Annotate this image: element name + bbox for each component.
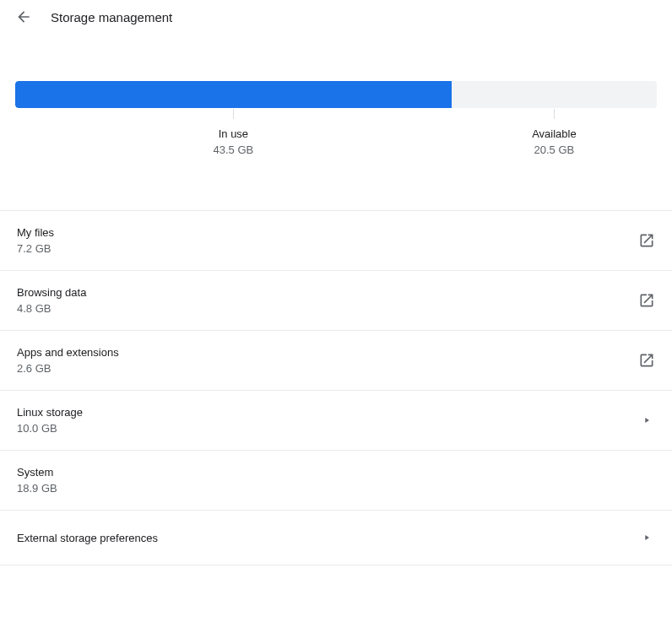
in-use-label: In use bbox=[15, 127, 452, 140]
browsing-data-row[interactable]: Browsing data 4.8 GB bbox=[0, 271, 672, 331]
bar-tick bbox=[554, 109, 555, 119]
list-item-text: Linux storage 10.0 GB bbox=[17, 406, 83, 435]
list-item-title: External storage preferences bbox=[17, 532, 158, 544]
chevron-right-icon bbox=[638, 529, 655, 546]
linux-storage-row[interactable]: Linux storage 10.0 GB bbox=[0, 391, 672, 451]
list-item-title: Browsing data bbox=[17, 286, 86, 299]
storage-bar-labels: In use 43.5 GB Available 20.5 GB bbox=[15, 109, 657, 156]
list-item-subtitle: 4.8 GB bbox=[17, 302, 86, 315]
in-use-value: 43.5 GB bbox=[15, 143, 452, 156]
my-files-row[interactable]: My files 7.2 GB bbox=[0, 211, 672, 271]
available-value: 20.5 GB bbox=[452, 143, 657, 156]
page-header: Storage management bbox=[0, 0, 672, 34]
list-item-subtitle: 18.9 GB bbox=[17, 482, 57, 495]
available-label: Available bbox=[452, 127, 657, 140]
list-item-title: System bbox=[17, 466, 57, 479]
available-label-group: Available 20.5 GB bbox=[452, 109, 657, 156]
list-item-title: Apps and extensions bbox=[17, 346, 119, 359]
system-row: System 18.9 GB bbox=[0, 451, 672, 511]
list-item-text: External storage preferences bbox=[17, 532, 158, 544]
list-item-subtitle: 7.2 GB bbox=[17, 242, 54, 255]
list-item-title: My files bbox=[17, 226, 54, 239]
open-external-icon bbox=[638, 232, 655, 249]
list-item-subtitle: 10.0 GB bbox=[17, 422, 83, 435]
list-item-text: Apps and extensions 2.6 GB bbox=[17, 346, 119, 375]
list-item-title: Linux storage bbox=[17, 406, 83, 419]
list-item-text: System 18.9 GB bbox=[17, 466, 57, 495]
in-use-label-group: In use 43.5 GB bbox=[15, 109, 452, 156]
storage-bar bbox=[15, 81, 657, 108]
storage-list: My files 7.2 GB Browsing data 4.8 GB App… bbox=[0, 210, 672, 565]
list-item-subtitle: 2.6 GB bbox=[17, 362, 119, 375]
open-external-icon bbox=[638, 352, 655, 369]
bar-tick bbox=[233, 109, 234, 119]
storage-chart: In use 43.5 GB Available 20.5 GB bbox=[0, 34, 672, 156]
external-storage-row[interactable]: External storage preferences bbox=[0, 511, 672, 565]
storage-bar-used bbox=[15, 81, 452, 108]
apps-extensions-row[interactable]: Apps and extensions 2.6 GB bbox=[0, 331, 672, 391]
list-item-text: Browsing data 4.8 GB bbox=[17, 286, 86, 315]
page-title: Storage management bbox=[51, 10, 172, 24]
list-item-text: My files 7.2 GB bbox=[17, 226, 54, 255]
open-external-icon bbox=[638, 292, 655, 309]
back-button[interactable] bbox=[15, 8, 32, 25]
chevron-right-icon bbox=[638, 412, 655, 429]
arrow-back-icon bbox=[15, 8, 32, 25]
